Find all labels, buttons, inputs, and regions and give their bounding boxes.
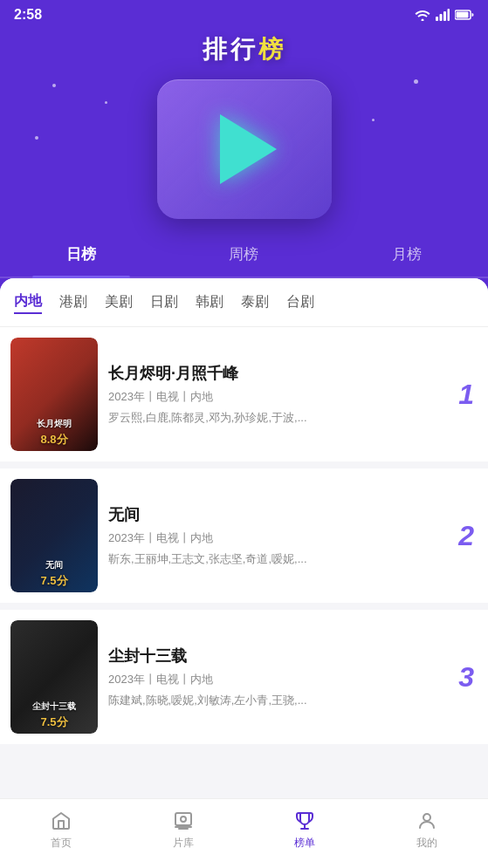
svg-point-8 (423, 814, 430, 821)
movie-cast-2: 靳东,王丽坤,王志文,张志坚,奇道,嗳妮,... (108, 551, 437, 567)
svg-rect-0 (436, 17, 438, 21)
title-text-2: 榜 (258, 36, 286, 63)
play-button-box[interactable] (157, 79, 332, 219)
svg-rect-3 (448, 9, 450, 21)
movie-meta-2: 2023年丨电视丨内地 (108, 530, 437, 546)
bottom-nav: 首页 片库 榜单 我的 (0, 798, 488, 868)
nav-mine[interactable]: 我的 (366, 806, 488, 854)
play-triangle-icon (220, 114, 277, 184)
status-icons (415, 9, 474, 21)
svg-rect-2 (443, 11, 446, 21)
title-text-1: 排行 (203, 36, 258, 63)
genre-filter: 内地 港剧 美剧 日剧 韩剧 泰剧 台剧 (0, 278, 488, 327)
movie-meta-3: 2023年丨电视丨内地 (108, 672, 437, 687)
thumb-title-2: 无间 (10, 556, 98, 575)
svg-point-7 (181, 817, 186, 822)
trophy-icon (293, 810, 316, 832)
movie-rank-1: 1 (448, 379, 474, 411)
score-badge-1: 8.8分 (10, 432, 98, 448)
nav-ranking-label: 榜单 (294, 836, 315, 851)
genre-jp[interactable]: 日剧 (150, 291, 178, 313)
table-row[interactable]: 尘封十三载 7.5分 尘封十三载 2023年丨电视丨内地 陈建斌,陈晓,嗳妮,刘… (0, 610, 488, 744)
wifi-icon (415, 9, 430, 21)
time-tabs: 日榜 周榜 月榜 (0, 232, 488, 278)
movie-title-3: 尘封十三载 (108, 646, 437, 666)
genre-hk[interactable]: 港剧 (59, 291, 87, 313)
movie-thumbnail-3: 尘封十三载 7.5分 (10, 620, 98, 734)
tab-weekly[interactable]: 周榜 (162, 232, 325, 277)
svg-rect-1 (440, 14, 443, 21)
movie-info-3: 尘封十三载 2023年丨电视丨内地 陈建斌,陈晓,嗳妮,刘敏涛,左小青,王骁,.… (98, 646, 448, 708)
hero-banner (0, 66, 488, 223)
signal-icon (436, 9, 450, 21)
genre-mainland[interactable]: 内地 (14, 290, 42, 314)
home-icon (50, 810, 72, 832)
svg-rect-6 (175, 813, 191, 825)
status-time: 2:58 (14, 7, 42, 23)
movie-list: 长月烬明 8.8分 长月烬明·月照千峰 2023年丨电视丨内地 罗云熙,白鹿,陈… (0, 327, 488, 744)
nav-library-label: 片库 (173, 836, 194, 851)
nav-ranking[interactable]: 榜单 (244, 806, 367, 854)
status-bar: 2:58 (0, 0, 488, 26)
movie-info-1: 长月烬明·月照千峰 2023年丨电视丨内地 罗云熙,白鹿,陈都灵,邓为,孙珍妮,… (98, 363, 448, 426)
nav-mine-label: 我的 (416, 836, 437, 851)
genre-th[interactable]: 泰剧 (241, 291, 269, 313)
svg-rect-5 (457, 12, 469, 18)
movie-info-2: 无间 2023年丨电视丨内地 靳东,王丽坤,王志文,张志坚,奇道,嗳妮,... (98, 504, 448, 567)
score-badge-3: 7.5分 (10, 714, 98, 730)
score-badge-2: 7.5分 (10, 573, 98, 589)
star-deco (414, 79, 418, 84)
nav-library[interactable]: 片库 (122, 806, 244, 854)
thumb-title-3: 尘封十三载 (10, 697, 98, 716)
main-content: 内地 港剧 美剧 日剧 韩剧 泰剧 台剧 长月烬明 8.8分 长月烬明·月照千峰… (0, 278, 488, 802)
movie-meta-1: 2023年丨电视丨内地 (108, 389, 437, 405)
genre-tw[interactable]: 台剧 (286, 291, 314, 313)
movie-cast-3: 陈建斌,陈晓,嗳妮,刘敏涛,左小青,王骁,... (108, 693, 437, 708)
thumb-title-1: 长月烬明 (10, 414, 98, 434)
nav-home[interactable]: 首页 (0, 806, 122, 854)
movie-thumbnail-2: 无间 7.5分 (10, 479, 98, 592)
genre-us[interactable]: 美剧 (105, 291, 133, 313)
battery-icon (455, 10, 474, 20)
star-deco (372, 119, 375, 121)
genre-kr[interactable]: 韩剧 (196, 291, 223, 313)
movie-rank-3: 3 (448, 661, 474, 694)
page-title: 排行榜 (0, 33, 488, 66)
table-row[interactable]: 长月烬明 8.8分 长月烬明·月照千峰 2023年丨电视丨内地 罗云熙,白鹿,陈… (0, 327, 488, 461)
table-row[interactable]: 无间 7.5分 无间 2023年丨电视丨内地 靳东,王丽坤,王志文,张志坚,奇道… (0, 468, 488, 603)
movie-title-2: 无间 (108, 504, 437, 525)
user-icon (416, 810, 438, 832)
movie-title-1: 长月烬明·月照千峰 (108, 363, 437, 384)
page-header: 排行榜 (0, 26, 488, 66)
star-deco (105, 101, 107, 104)
movie-rank-2: 2 (448, 520, 474, 552)
tab-monthly[interactable]: 月榜 (326, 232, 488, 277)
tab-daily[interactable]: 日榜 (0, 232, 162, 277)
movie-thumbnail-1: 长月烬明 8.8分 (10, 338, 98, 451)
star-deco (35, 136, 38, 140)
library-icon (172, 810, 195, 832)
nav-home-label: 首页 (51, 836, 72, 851)
star-deco (52, 84, 56, 87)
movie-cast-1: 罗云熙,白鹿,陈都灵,邓为,孙珍妮,于波,... (108, 410, 437, 426)
